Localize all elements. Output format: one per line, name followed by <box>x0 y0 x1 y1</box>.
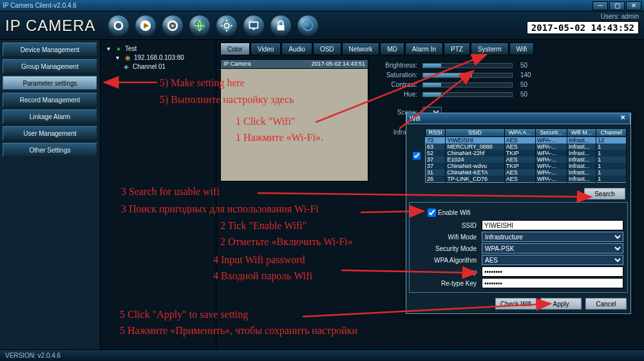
tab-color[interactable]: Color <box>220 42 250 55</box>
tab-audio[interactable]: Audio <box>281 42 312 55</box>
user-name: admin <box>621 13 639 20</box>
wifi-networks-table[interactable]: RSSI SSID WPA A... Securit... Wifi M... … <box>425 128 627 183</box>
camera-icon[interactable] <box>108 15 129 37</box>
app-logo: IP CAMERA <box>5 17 96 35</box>
channel-icon: ◈ <box>122 62 130 70</box>
security-mode-select[interactable]: WPA-PSK <box>482 243 623 254</box>
sidebar-item-group-management[interactable]: Group Management <box>3 59 97 73</box>
tab-alarm-in[interactable]: Alarm In <box>405 42 443 55</box>
cancel-button[interactable]: Cancel <box>585 298 627 310</box>
wifi-network-row[interactable]: 37E1024AESWPA-...Infrast...1 <box>426 156 627 163</box>
contrast-slider[interactable] <box>422 82 513 88</box>
sidebar-item-record-management[interactable]: Record Management <box>3 93 97 107</box>
wifi-mode-label: Wifi Mode <box>411 234 482 241</box>
lock-icon[interactable] <box>270 15 292 37</box>
globe-icon[interactable] <box>189 15 211 37</box>
contrast-label: Contrast: <box>377 81 422 88</box>
saturation-label: Saturation: <box>377 71 422 79</box>
svg-point-2 <box>119 23 121 24</box>
wifi-mode-select[interactable]: Infrastructure <box>482 232 623 242</box>
minimize-icon[interactable]: ─ <box>592 1 608 10</box>
enable-wifi-label: Enable Wifi <box>438 209 471 216</box>
wifi-network-row[interactable]: 37ChinaNet-wdvuTKIPWPA-...Infrast...1 <box>426 163 627 169</box>
wifi-list-checkbox[interactable] <box>413 152 421 160</box>
video-preview: IP Camera 2017-05-02 14:43:51 <box>220 59 368 181</box>
saturation-value: 140 <box>513 71 538 79</box>
sidebar-item-device-management[interactable]: Device Management <box>3 42 97 57</box>
tree-device[interactable]: ▾ ◉ 192.168.0.103:80 <box>113 53 212 62</box>
wifi-dialog: Wifi ✕ RSSI SSID WPA A... Securit... Wif… <box>406 113 631 314</box>
sidebar-item-user-management[interactable]: User Management <box>3 126 97 140</box>
tab-md[interactable]: MD <box>380 42 404 55</box>
svg-rect-17 <box>252 28 255 30</box>
wifi-dialog-titlebar: Wifi ✕ <box>406 113 630 124</box>
tree-root[interactable]: ▾ ● Test <box>104 44 212 53</box>
window-title: IP Camera Client-v2.0.4.6 <box>3 2 591 9</box>
svg-rect-16 <box>250 23 257 27</box>
user-label: Users: <box>601 13 620 20</box>
enable-wifi-checkbox[interactable] <box>428 208 436 217</box>
wifi-dialog-title: Wifi <box>410 115 421 122</box>
ssid-label: SSID <box>411 222 482 229</box>
saturation-slider[interactable] <box>422 73 513 78</box>
tab-osd[interactable]: OSD <box>313 42 341 55</box>
wpa-algorithm-select[interactable]: AES <box>482 255 623 265</box>
sidebar-item-other-settings[interactable]: Other Settings <box>3 143 97 157</box>
collapse-icon: ▾ <box>104 44 112 52</box>
record-icon[interactable] <box>162 15 184 37</box>
brightness-slider[interactable] <box>422 63 513 68</box>
wifi-retype-key-input[interactable] <box>482 278 623 288</box>
hue-slider[interactable] <box>422 92 513 97</box>
svg-rect-18 <box>277 25 284 30</box>
close-icon[interactable]: ✕ <box>626 1 641 10</box>
play-icon[interactable] <box>135 15 156 37</box>
power-icon[interactable] <box>297 15 319 37</box>
window-titlebar: IP Camera Client-v2.0.4.6 ─ ▢ ✕ <box>0 0 644 12</box>
settings-tabs: Color Video Audio OSD Network MD Alarm I… <box>220 42 640 55</box>
tab-network[interactable]: Network <box>342 42 380 55</box>
tab-systerm[interactable]: Systerm <box>471 42 509 55</box>
wifi-network-row[interactable]: 52ChinaNet-22hfTKIPWPA-...Infrast...1 <box>426 150 627 156</box>
version-value: v2.0.4.6 <box>38 352 61 359</box>
brightness-label: Brightness: <box>377 62 422 69</box>
collapse-icon: ▾ <box>113 53 121 61</box>
tab-wifi[interactable]: Wifi <box>509 42 535 55</box>
sidebar-item-parameter-settings[interactable]: Parameter settings <box>3 76 97 90</box>
wifi-dialog-close-icon[interactable]: ✕ <box>618 114 627 123</box>
wifi-key-input[interactable] <box>482 266 623 277</box>
monitor-icon[interactable] <box>243 15 265 37</box>
wifi-network-row[interactable]: 31ChinaNet-KETAAESWPA-...Infrast...1 <box>426 169 627 176</box>
wifi-network-row[interactable]: 73YIWEISHIAESWPA-...Infrast...12 <box>426 137 627 144</box>
svg-point-9 <box>221 20 232 31</box>
ssid-input[interactable] <box>482 220 623 230</box>
check-wifi-button[interactable]: Check Wifi <box>495 298 536 310</box>
sidebar: Device Management Group Management Param… <box>0 40 100 349</box>
security-mode-label: Security Mode <box>411 245 482 252</box>
folder-icon: ● <box>115 44 122 52</box>
tab-ptz[interactable]: PTZ <box>444 42 470 55</box>
version-label: VERSION: <box>5 352 36 359</box>
retype-key-label: Re-type Key <box>411 280 482 287</box>
status-bar: VERSION: v2.0.4.6 <box>0 349 644 361</box>
hue-label: Hue: <box>377 91 422 98</box>
hue-value: 50 <box>513 91 538 98</box>
wifi-search-button[interactable]: Search <box>584 188 625 199</box>
tab-video[interactable]: Video <box>251 42 281 55</box>
device-icon: ◉ <box>124 53 131 61</box>
toolbar <box>108 15 319 37</box>
preview-title: IP Camera <box>223 60 251 68</box>
maximize-icon[interactable]: ▢ <box>609 1 625 10</box>
wifi-network-row[interactable]: 63MERCURY_0888AESWPA-...Infrast...1 <box>426 143 627 150</box>
contrast-value: 50 <box>513 81 538 88</box>
header-user-area: Users: admin 2017-05-02 14:43:52 <box>527 13 639 34</box>
header-timestamp: 2017-05-02 14:43:52 <box>527 21 639 34</box>
tree-channel[interactable]: ◈ Channel 01 <box>122 62 212 71</box>
gear-icon[interactable] <box>216 15 238 37</box>
preview-timestamp: 2017-05-02 14:43:51 <box>311 60 365 68</box>
wifi-network-row[interactable]: 26TP-LINK_CD76AESWPA-...Infrast...1 <box>426 176 627 183</box>
apply-button[interactable]: Apply <box>540 298 582 310</box>
sidebar-item-linkage-alarm[interactable]: Linkage Alarm <box>3 109 97 124</box>
wpa-algorithm-label: WPA Algorithm <box>411 257 482 264</box>
app-header: IP CAMERA Users: admin 2017-05-02 14:43:… <box>0 12 644 40</box>
svg-point-7 <box>171 24 174 27</box>
